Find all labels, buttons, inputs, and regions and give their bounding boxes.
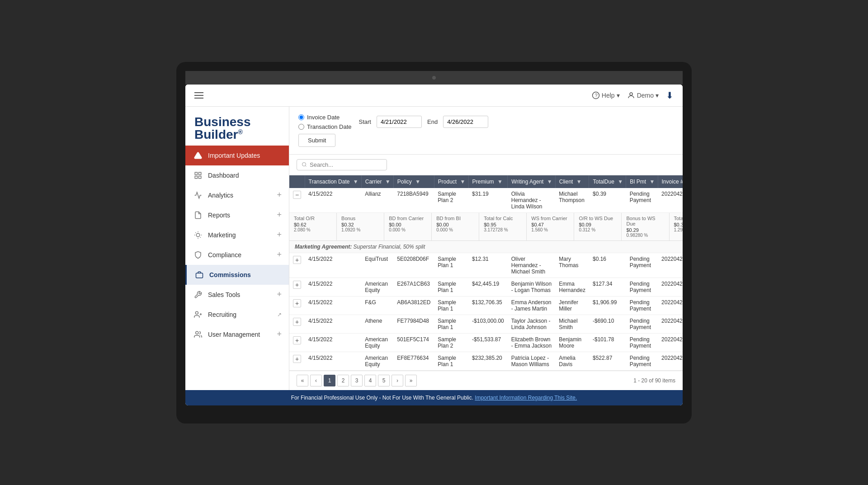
prev-page-button[interactable]: ‹ — [310, 375, 322, 386]
marketing-plus-icon[interactable]: + — [277, 230, 282, 240]
filter-icon-premium[interactable]: ▼ — [497, 179, 502, 183]
th-transaction-date[interactable]: Transaction Date ▼ — [305, 175, 361, 188]
total-calc-value: $0.95 — [484, 222, 522, 227]
sidebar-item-recruiting[interactable]: Recruiting ↗ — [185, 305, 289, 325]
search-bar — [289, 155, 683, 175]
th-carrier[interactable]: Carrier ▼ — [361, 175, 393, 188]
cell-policy: 5E0208D06F — [393, 253, 434, 278]
svg-point-21 — [302, 163, 306, 166]
download-button[interactable]: ⬇ — [666, 90, 674, 101]
filter-icon-client[interactable]: ▼ — [576, 179, 581, 183]
total-calc-label: Total for Calc — [484, 216, 522, 221]
transaction-date-radio-input[interactable] — [298, 124, 304, 130]
expanded-content: Total O/R $0.62 2.080 % Bonus $0.32 1.09… — [289, 213, 683, 240]
cell-writing-agent: Olivia Hernandez - Linda Wilson — [508, 188, 555, 213]
bd-carrier-pct: 0.000 % — [389, 227, 427, 232]
cell-policy: 501EF5C174 — [393, 333, 434, 352]
th-total-due[interactable]: TotalDue ▼ — [589, 175, 626, 188]
cell-client: Jennifer Miller — [555, 296, 589, 315]
filter-icon-total-due[interactable]: ▼ — [618, 179, 622, 183]
cell-invoice: 20220426000310814 — [658, 253, 683, 278]
page-3-button[interactable]: 3 — [351, 375, 363, 386]
briefcase-icon — [194, 269, 205, 280]
row-expand-button[interactable]: + — [293, 355, 301, 363]
th-product[interactable]: Product ▼ — [434, 175, 468, 188]
cell-transaction-date: 4/15/2022 — [305, 352, 361, 370]
demo-link[interactable]: Demo ▾ — [627, 91, 659, 99]
page-5-button[interactable]: 5 — [378, 375, 390, 386]
logo-business: Business — [194, 116, 280, 128]
invoice-date-radio-input[interactable] — [298, 114, 304, 120]
hamburger-menu[interactable] — [194, 92, 203, 99]
th-invoice[interactable]: Invoice # ▼ — [658, 175, 683, 188]
transaction-date-label: Transaction Date — [307, 123, 352, 130]
transaction-date-radio[interactable]: Transaction Date — [298, 123, 352, 130]
total-or-pct: 2.080 % — [294, 227, 332, 232]
sidebar-item-compliance[interactable]: Compliance + — [185, 245, 289, 265]
user-management-plus-icon[interactable]: + — [277, 330, 282, 339]
th-premium[interactable]: Premium ▼ — [468, 175, 508, 188]
sidebar-item-user-management[interactable]: User Management + — [185, 325, 289, 344]
sidebar-item-label-user-management: User Management — [208, 331, 277, 338]
next-page-button[interactable]: › — [392, 375, 403, 386]
analytics-plus-icon[interactable]: + — [277, 190, 282, 200]
submit-button[interactable]: Submit — [298, 134, 335, 147]
sidebar-item-analytics[interactable]: Analytics + — [185, 185, 289, 205]
sidebar-item-marketing[interactable]: Marketing + — [185, 225, 289, 245]
row-expand-button[interactable]: + — [293, 281, 301, 289]
end-date-input[interactable] — [443, 116, 488, 128]
expanded-bd-carrier: BD from Carrier $0.00 0.000 % — [384, 213, 432, 240]
header-left — [194, 92, 203, 99]
footer-link[interactable]: Important Information Regarding This Sit… — [475, 395, 577, 401]
data-table: Transaction Date ▼ Carrier ▼ Policy ▼ Pr… — [289, 175, 683, 371]
cell-carrier: Allianz — [361, 188, 393, 213]
table-row: + 4/15/2022 American Equity 501EF5C174 S… — [289, 333, 683, 352]
filter-icon-date[interactable]: ▼ — [353, 179, 358, 183]
row-expand-button[interactable]: + — [293, 318, 301, 326]
page-1-button[interactable]: 1 — [324, 375, 335, 386]
reports-plus-icon[interactable]: + — [277, 210, 282, 220]
th-client[interactable]: Client ▼ — [555, 175, 589, 188]
filter-icon-writing-agent[interactable]: ▼ — [547, 179, 552, 183]
page-4-button[interactable]: 4 — [364, 375, 376, 386]
sidebar-item-dashboard[interactable]: Dashboard — [185, 165, 289, 185]
page-controls: « ‹ 1 2 3 4 5 › » — [297, 375, 417, 386]
th-writing-agent[interactable]: Writing Agent ▼ — [508, 175, 555, 188]
filter-icon-carrier[interactable]: ▼ — [385, 179, 390, 183]
first-page-button[interactable]: « — [297, 375, 308, 386]
help-link[interactable]: ? Help ▾ — [592, 91, 620, 99]
svg-line-12 — [195, 232, 196, 233]
invoice-date-radio[interactable]: Invoice Date — [298, 114, 352, 121]
cell-bi-pmt: Pending Payment — [626, 296, 658, 315]
help-icon: ? — [592, 91, 600, 99]
recruiting-ext-icon[interactable]: ↗ — [277, 311, 282, 318]
compliance-plus-icon[interactable]: + — [277, 250, 282, 259]
row-expand-button[interactable]: − — [293, 191, 301, 199]
svg-line-22 — [305, 165, 306, 166]
search-input[interactable] — [310, 161, 382, 168]
svg-rect-8 — [199, 176, 201, 178]
row-expand-button[interactable]: + — [293, 256, 301, 264]
ws-carrier-value: $0.47 — [531, 222, 569, 227]
last-page-button[interactable]: » — [405, 375, 417, 386]
start-date-input[interactable] — [377, 116, 422, 128]
filter-icon-product[interactable]: ▼ — [460, 179, 465, 183]
total-due-ws-label: Total Due to WS — [674, 216, 683, 221]
cell-client: Michael Smith — [555, 315, 589, 333]
row-expand-button[interactable]: + — [293, 299, 301, 307]
page-2-button[interactable]: 2 — [337, 375, 349, 386]
sidebar-item-important-updates[interactable]: Important Updates — [185, 146, 289, 165]
sidebar-item-commissions[interactable]: Commissions — [185, 265, 289, 285]
sidebar-item-reports[interactable]: Reports + — [185, 205, 289, 225]
filter-icon-bi-pmt[interactable]: ▼ — [650, 179, 654, 183]
sales-tools-plus-icon[interactable]: + — [277, 290, 282, 299]
row-expand-button[interactable]: + — [293, 336, 301, 344]
filter-icon-policy[interactable]: ▼ — [415, 179, 420, 183]
chart-icon — [193, 190, 203, 201]
cell-total-due: -$690.10 — [589, 315, 626, 333]
cell-total-due: $0.39 — [589, 188, 626, 213]
cell-total-due: $522.87 — [589, 352, 626, 370]
th-policy[interactable]: Policy ▼ — [393, 175, 434, 188]
th-bi-pmt[interactable]: BI Pmt ▼ — [626, 175, 658, 188]
sidebar-item-sales-tools[interactable]: Sales Tools + — [185, 285, 289, 305]
